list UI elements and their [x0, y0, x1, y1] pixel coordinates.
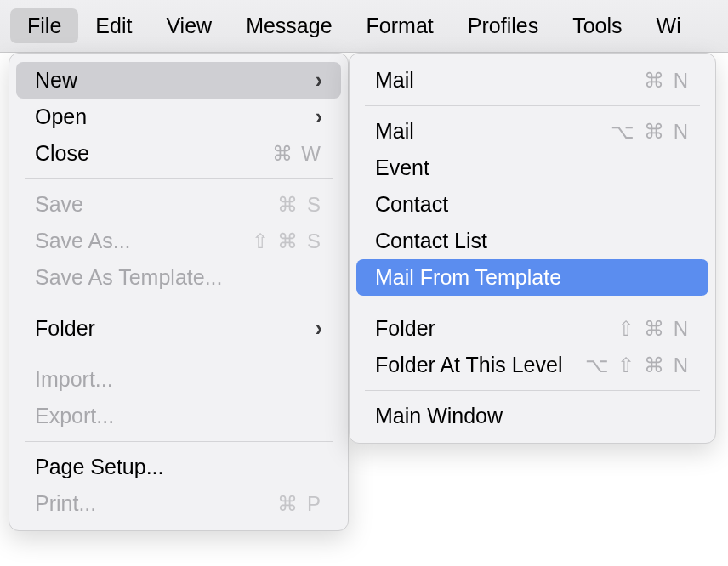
menubar-window[interactable]: Wi	[640, 8, 698, 43]
chevron-right-icon: ›	[316, 68, 322, 93]
submenu-item-contact[interactable]: Contact	[356, 186, 708, 223]
menu-label: Import...	[35, 367, 113, 392]
menu-item-print: Print... ⌘ P	[16, 485, 341, 522]
menu-label: Event	[375, 156, 429, 180]
shortcut-label: ⌘ P	[277, 492, 322, 516]
menu-separator	[25, 178, 333, 179]
menu-separator	[25, 354, 333, 354]
submenu-item-main-window[interactable]: Main Window	[356, 398, 708, 434]
menu-separator	[365, 105, 700, 106]
shortcut-label: ⌥ ⌘ N	[611, 120, 690, 144]
menu-label: Mail From Template	[375, 265, 561, 290]
menu-item-folder[interactable]: Folder ›	[16, 310, 341, 347]
menu-label: Contact List	[375, 229, 487, 253]
menu-label: Mail	[375, 68, 414, 93]
menu-item-new[interactable]: New ›	[16, 62, 341, 99]
menu-item-save-as-template: Save As Template...	[16, 259, 341, 296]
menu-item-open[interactable]: Open ›	[16, 99, 341, 135]
shortcut-label: ⌘ W	[272, 142, 322, 166]
menu-label: Contact	[375, 192, 448, 217]
menubar: File Edit View Message Format Profiles T…	[0, 0, 728, 53]
submenu-item-contact-list[interactable]: Contact List	[356, 223, 708, 259]
menubar-view[interactable]: View	[149, 8, 229, 43]
menu-label: New	[35, 68, 77, 93]
menu-label: Print...	[35, 491, 96, 516]
menubar-format[interactable]: Format	[350, 8, 451, 43]
menubar-file[interactable]: File	[10, 8, 78, 43]
menu-label: Page Setup...	[35, 455, 164, 479]
menu-item-page-setup[interactable]: Page Setup...	[16, 449, 341, 485]
menu-separator	[25, 441, 333, 442]
menu-item-save-as: Save As... ⇧ ⌘ S	[16, 223, 341, 259]
menu-separator	[25, 303, 333, 303]
menu-item-save: Save ⌘ S	[16, 186, 341, 223]
menu-label: Folder	[375, 316, 435, 341]
menu-item-export: Export...	[16, 398, 341, 434]
submenu-item-mail-alt[interactable]: Mail ⌥ ⌘ N	[356, 113, 708, 150]
shortcut-label: ⇧ ⌘ S	[252, 229, 322, 253]
menu-label: Close	[35, 141, 89, 166]
shortcut-label: ⌥ ⇧ ⌘ N	[585, 354, 690, 377]
submenu-item-folder[interactable]: Folder ⇧ ⌘ N	[356, 310, 708, 347]
submenu-item-event[interactable]: Event	[356, 150, 708, 186]
menu-label: Open	[35, 105, 87, 129]
menubar-profiles[interactable]: Profiles	[451, 8, 555, 43]
shortcut-label: ⌘ N	[644, 69, 690, 93]
new-submenu-dropdown: Mail ⌘ N Mail ⌥ ⌘ N Event Contact Contac…	[349, 53, 716, 444]
shortcut-label: ⌘ S	[277, 193, 322, 217]
menu-label: Export...	[35, 404, 114, 428]
menu-label: Save As Template...	[35, 265, 223, 290]
menu-item-close[interactable]: Close ⌘ W	[16, 135, 341, 172]
menu-label: Mail	[375, 119, 414, 144]
menu-label: Folder	[35, 316, 95, 341]
menubar-tools[interactable]: Tools	[555, 8, 639, 43]
chevron-right-icon: ›	[316, 316, 322, 341]
shortcut-label: ⇧ ⌘ N	[617, 317, 690, 341]
menu-item-import: Import...	[16, 361, 341, 398]
submenu-item-mail[interactable]: Mail ⌘ N	[356, 62, 708, 99]
menu-label: Save As...	[35, 229, 131, 253]
submenu-item-mail-from-template[interactable]: Mail From Template	[356, 259, 708, 296]
file-menu-dropdown: New › Open › Close ⌘ W Save ⌘ S Save As.…	[9, 53, 349, 531]
menu-separator	[365, 303, 700, 303]
menu-label: Save	[35, 192, 83, 217]
chevron-right-icon: ›	[316, 105, 322, 129]
menu-separator	[365, 390, 700, 391]
submenu-item-folder-at-level[interactable]: Folder At This Level ⌥ ⇧ ⌘ N	[356, 347, 708, 383]
menubar-edit[interactable]: Edit	[78, 8, 149, 43]
menu-label: Folder At This Level	[375, 353, 562, 377]
menubar-message[interactable]: Message	[229, 8, 349, 43]
menu-label: Main Window	[375, 404, 503, 428]
